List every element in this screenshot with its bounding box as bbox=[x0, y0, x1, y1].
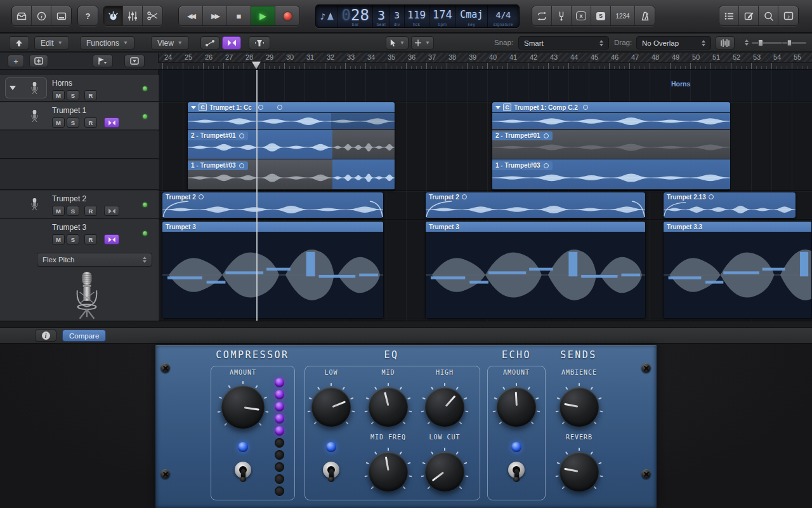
take-lane-header-1[interactable] bbox=[0, 131, 159, 159]
sends-ambience-knob[interactable] bbox=[560, 387, 599, 427]
take-circle-icon[interactable] bbox=[258, 105, 263, 110]
compare-button[interactable]: Compare bbox=[62, 330, 106, 342]
solo-button[interactable]: S bbox=[591, 6, 611, 25]
take-lane-row-1[interactable]: 1 - Trumpet#03 bbox=[188, 159, 395, 189]
echo-amount-knob[interactable] bbox=[497, 387, 536, 427]
slider-track[interactable] bbox=[782, 42, 806, 44]
lcd-div[interactable]: 3 div bbox=[390, 5, 405, 27]
view-menu[interactable]: View▼ bbox=[151, 36, 189, 50]
count-in-button[interactable]: 1234 bbox=[611, 6, 635, 25]
take-circle-icon[interactable] bbox=[583, 105, 588, 110]
lcd-bpm[interactable]: 174 bpm bbox=[429, 5, 456, 27]
track-name[interactable]: Trumpet 2 bbox=[52, 194, 86, 203]
region-header[interactable]: Trumpet 2 bbox=[426, 192, 645, 201]
flex-toggle-button[interactable] bbox=[104, 234, 119, 244]
mute-button[interactable]: M bbox=[52, 90, 65, 100]
region-header[interactable]: Trumpet 3.3 bbox=[664, 222, 811, 232]
slider-thumb[interactable] bbox=[758, 39, 763, 46]
lcd-mode-icons[interactable]: ♪ bbox=[316, 5, 338, 27]
replace-button[interactable]: x bbox=[572, 6, 591, 25]
mute-button[interactable]: M bbox=[52, 206, 65, 216]
region-header[interactable]: Trumpet 2 bbox=[162, 192, 383, 201]
vertical-zoom-slider[interactable] bbox=[740, 39, 782, 46]
lcd-bar[interactable]: 028 bar bbox=[338, 5, 373, 27]
take-label-tag[interactable]: 2 - Trumpet#01 bbox=[188, 131, 248, 140]
disclosure-triangle-icon[interactable] bbox=[495, 106, 501, 109]
track-name[interactable]: Trumpet 3 bbox=[52, 223, 86, 232]
take-lane-row-1[interactable]: 1 - Trumpet#03 bbox=[492, 159, 730, 189]
flex-toggle-button[interactable] bbox=[104, 117, 119, 128]
disclosure-triangle-icon[interactable] bbox=[10, 86, 16, 90]
fade-out-curve[interactable] bbox=[631, 200, 645, 218]
trumpet3-region-1[interactable]: Trumpet 3 bbox=[162, 221, 384, 319]
trumpet3-region-3[interactable]: Trumpet 3.3 bbox=[663, 221, 812, 319]
loop-circle-icon[interactable] bbox=[462, 194, 467, 199]
solo-button[interactable]: S bbox=[67, 117, 79, 128]
eq-toggle-switch[interactable] bbox=[322, 458, 341, 482]
disclosure-triangle-icon[interactable] bbox=[191, 106, 196, 109]
eq-midfreq-knob[interactable] bbox=[369, 452, 408, 491]
cycle-button[interactable] bbox=[532, 6, 552, 25]
take-label-tag[interactable]: 1 - Trumpet#03 bbox=[492, 161, 553, 170]
comp-wave-row[interactable] bbox=[188, 112, 395, 129]
take-circle-icon[interactable] bbox=[277, 105, 282, 110]
flex-toggle-button[interactable] bbox=[104, 206, 119, 216]
take-lane-header-2[interactable] bbox=[0, 159, 159, 190]
fade-in-curve[interactable] bbox=[664, 200, 686, 218]
forward-button[interactable]: ▶▶ bbox=[203, 6, 227, 25]
track-header-trumpet1[interactable]: Trumpet 1 M S R bbox=[0, 102, 159, 130]
fade-in-curve[interactable] bbox=[162, 200, 189, 218]
take-lane-row-2[interactable]: 2 - Trumpet#01 bbox=[188, 129, 395, 159]
take-circle-icon[interactable] bbox=[544, 133, 549, 138]
library-button[interactable] bbox=[12, 6, 32, 25]
add-track-button[interactable]: + bbox=[8, 55, 24, 67]
waveform-zoom-button[interactable] bbox=[716, 36, 735, 50]
record-enable-button[interactable]: R bbox=[84, 117, 97, 128]
drag-select[interactable]: No Overlap bbox=[636, 36, 711, 50]
media-browser-button[interactable]: ♪ bbox=[778, 6, 798, 25]
take-label-tag[interactable]: 2 - Trumpet#01 bbox=[492, 131, 553, 140]
take-label-tag[interactable]: 1 - Trumpet#03 bbox=[188, 161, 248, 170]
hide-toolbar-button[interactable] bbox=[9, 36, 29, 50]
toolbar-toggle-button[interactable] bbox=[51, 6, 71, 25]
track-sort-flag-button[interactable] bbox=[93, 55, 113, 67]
lcd-key[interactable]: Cmaj key bbox=[456, 5, 488, 27]
comp-wave-row[interactable] bbox=[492, 112, 730, 129]
flex-mode-select[interactable]: Flex Pitch bbox=[37, 253, 152, 267]
compressor-amount-knob[interactable] bbox=[221, 385, 265, 429]
lcd-display[interactable]: ♪ 028 bar 3 beat 3 div 119 tick 174 bpm bbox=[315, 4, 520, 28]
command-tool-menu[interactable]: ▼ bbox=[411, 36, 434, 50]
take-circle-icon[interactable] bbox=[544, 163, 549, 168]
metronome-button[interactable] bbox=[635, 6, 655, 25]
snap-select[interactable]: Smart bbox=[518, 36, 609, 50]
horizontal-zoom-slider[interactable] bbox=[782, 39, 806, 46]
smart-controls-button[interactable] bbox=[103, 6, 123, 25]
catch-playhead-button[interactable] bbox=[249, 36, 270, 50]
lcd-signature[interactable]: 4/4 signature bbox=[488, 5, 519, 27]
take-circle-icon[interactable] bbox=[239, 163, 244, 168]
list-editors-button[interactable] bbox=[719, 6, 739, 25]
sends-reverb-knob[interactable] bbox=[560, 452, 599, 491]
track-name[interactable]: Horns bbox=[52, 79, 72, 88]
trumpet2-region-3[interactable]: Trumpet 2.13 bbox=[663, 192, 796, 218]
fade-out-curve[interactable] bbox=[369, 200, 383, 218]
record-enable-button[interactable]: R bbox=[84, 90, 97, 100]
fade-in-curve[interactable] bbox=[426, 200, 452, 218]
trumpet2-region-2[interactable]: Trumpet 2 bbox=[425, 192, 646, 218]
record-button[interactable] bbox=[275, 6, 299, 25]
comp-badge[interactable]: C bbox=[199, 104, 207, 111]
functions-menu[interactable]: Functions▼ bbox=[80, 36, 134, 50]
mute-button[interactable]: M bbox=[52, 117, 65, 128]
duplicate-track-button[interactable] bbox=[29, 55, 48, 67]
flex-pitch-body[interactable] bbox=[664, 232, 811, 318]
editors-button[interactable] bbox=[143, 6, 162, 25]
smart-controls-info-button[interactable]: i bbox=[35, 330, 56, 342]
panel-divider[interactable] bbox=[0, 321, 812, 328]
echo-toggle-switch[interactable] bbox=[507, 458, 526, 482]
note-pads-button[interactable] bbox=[739, 6, 759, 25]
take-folder-region-2[interactable]: C Trumpet 1: Comp C.2 2 - Trumpet#01 1 -… bbox=[492, 102, 731, 190]
flex-button[interactable] bbox=[222, 36, 241, 50]
eq-high-knob[interactable] bbox=[425, 387, 464, 427]
track-header-horns[interactable]: Horns M S R bbox=[0, 75, 159, 102]
bar-ruler[interactable]: 2425262728293031323334353637383940414243… bbox=[159, 53, 812, 70]
